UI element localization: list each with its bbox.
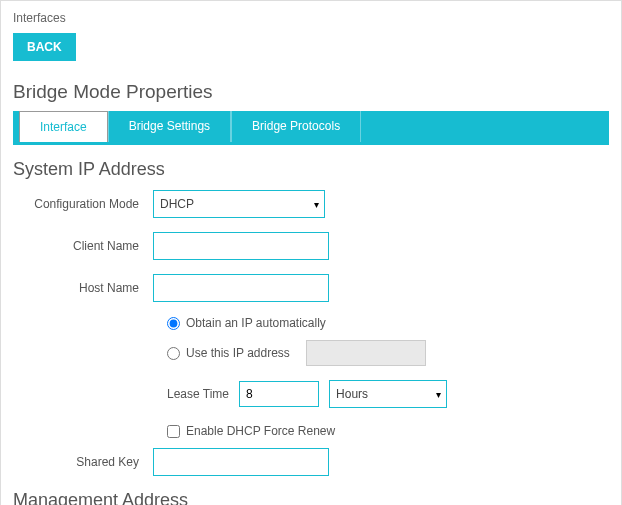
host-name-label: Host Name [13,281,153,295]
config-mode-label: Configuration Mode [13,197,153,211]
section-management-title: Management Address [13,490,609,505]
lease-time-unit-select[interactable]: Hours [329,380,447,408]
use-this-ip-input [306,340,426,366]
breadcrumb: Interfaces [13,11,609,25]
tab-bridge-settings[interactable]: Bridge Settings [108,111,231,142]
tab-bridge-protocols[interactable]: Bridge Protocols [231,111,361,142]
obtain-ip-label: Obtain an IP automatically [186,316,326,330]
lease-time-input[interactable] [239,381,319,407]
enable-force-renew-checkbox[interactable] [167,425,180,438]
client-name-input[interactable] [153,232,329,260]
obtain-ip-radio[interactable] [167,317,180,330]
shared-key-label: Shared Key [13,455,153,469]
use-this-ip-radio[interactable] [167,347,180,360]
host-name-input[interactable] [153,274,329,302]
shared-key-input[interactable] [153,448,329,476]
page-title: Bridge Mode Properties [13,81,609,103]
tab-bar: Interface Bridge Settings Bridge Protoco… [13,111,609,145]
enable-force-renew-label: Enable DHCP Force Renew [186,424,335,438]
use-this-ip-label: Use this IP address [186,346,290,360]
back-button[interactable]: BACK [13,33,76,61]
tab-interface[interactable]: Interface [19,111,108,142]
section-system-ip-title: System IP Address [13,159,609,180]
lease-time-label: Lease Time [167,387,229,401]
client-name-label: Client Name [13,239,153,253]
config-mode-select[interactable]: DHCP [153,190,325,218]
